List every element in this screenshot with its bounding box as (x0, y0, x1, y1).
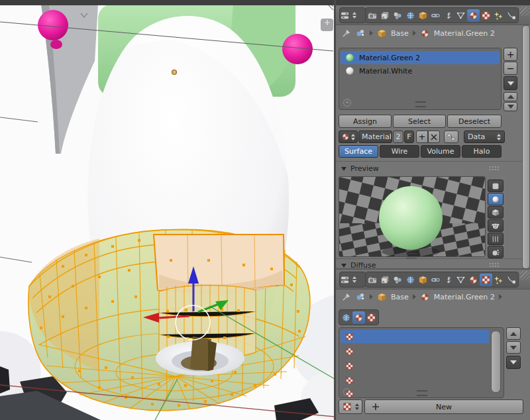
editor-type-button[interactable] (339, 7, 366, 23)
tab-texture[interactable] (480, 274, 492, 286)
properties-scrollbar[interactable] (522, 25, 530, 269)
tab-texture[interactable] (480, 9, 492, 22)
texture-slot-item[interactable] (341, 344, 502, 358)
window-top-edge (0, 0, 530, 5)
preview-panel-title: Preview (350, 164, 379, 173)
move-texture-down-button[interactable] (506, 341, 521, 354)
texture-list-scrollbar[interactable] (491, 331, 501, 393)
tab-render-layers[interactable] (379, 9, 392, 22)
material-list-item[interactable]: Material.White (341, 64, 500, 78)
material-ball-icon (420, 28, 430, 38)
new-material-button[interactable]: + (416, 131, 428, 143)
preview-particles-button[interactable] (488, 246, 504, 258)
context-other-texture[interactable] (365, 311, 378, 324)
context-material-texture[interactable] (352, 311, 365, 324)
link-source-dropdown[interactable]: Data (464, 131, 505, 143)
list-resize-handle[interactable] (417, 390, 427, 396)
origin-dot (172, 70, 177, 75)
tab-render[interactable] (366, 274, 379, 286)
breadcrumb-object[interactable]: Base (391, 293, 409, 301)
tab-object-data[interactable] (454, 9, 467, 22)
tab-scene[interactable] (392, 274, 404, 286)
tab-render[interactable] (366, 9, 379, 22)
tab-particles[interactable] (492, 9, 505, 22)
tab-material[interactable] (467, 9, 480, 22)
breadcrumb: Base Material.Green 2 (341, 28, 495, 38)
texture-slot-item[interactable] (341, 359, 502, 372)
pin-icon[interactable] (341, 292, 351, 302)
filter-toggle-icon[interactable] (343, 388, 350, 395)
texture-browse-button[interactable] (339, 399, 362, 414)
tab-object-data[interactable] (454, 274, 467, 286)
type-tab-halo[interactable]: Halo (462, 145, 502, 158)
users-count-button[interactable]: 2 (393, 131, 403, 143)
assign-button[interactable]: Assign (339, 115, 392, 128)
magenta-nub (50, 40, 62, 49)
texture-context-row (339, 309, 379, 325)
tab-object[interactable] (417, 274, 429, 286)
tab-particles[interactable] (492, 274, 505, 286)
properties-header (336, 5, 530, 25)
panel-drag-grip[interactable] (489, 262, 499, 268)
preview-sphere-button[interactable] (488, 193, 504, 205)
tab-physics[interactable] (505, 9, 517, 22)
texture-slot-item[interactable] (341, 330, 489, 343)
unlink-material-button[interactable] (428, 131, 440, 143)
deselect-button[interactable]: Deselect (447, 115, 502, 128)
tab-world[interactable] (404, 274, 417, 286)
pin-icon[interactable] (341, 28, 351, 38)
use-nodes-button[interactable] (444, 131, 458, 143)
header-corner-grip[interactable] (520, 7, 529, 16)
preview-flat-button[interactable] (488, 180, 504, 192)
tab-object[interactable] (417, 9, 429, 22)
select-button[interactable]: Select (393, 115, 446, 128)
texture-checker-icon (345, 376, 354, 385)
remove-material-slot-button[interactable]: − (504, 62, 517, 75)
preview-monkey-button[interactable] (488, 219, 504, 232)
texture-checker-icon (345, 333, 354, 341)
breadcrumb-material[interactable]: Material.Green 2 (434, 29, 495, 38)
type-tab-wire[interactable]: Wire (380, 145, 419, 158)
panel-divider (336, 161, 530, 162)
editor-type-button[interactable] (339, 272, 366, 288)
tab-render-layers[interactable] (379, 274, 392, 286)
preview-hair-button[interactable] (488, 233, 504, 245)
tab-modifiers[interactable] (442, 9, 454, 22)
material-browse-button[interactable] (339, 131, 358, 143)
panel-drag-grip[interactable] (489, 166, 499, 172)
add-material-slot-button[interactable]: + (504, 48, 517, 61)
breadcrumb-material[interactable]: Material.Green 2 (434, 293, 495, 301)
list-resize-handle[interactable] (415, 101, 426, 107)
preview-cube-button[interactable] (488, 206, 504, 219)
move-material-up-button[interactable] (504, 92, 517, 101)
breadcrumb-object[interactable]: Base (391, 29, 409, 38)
filter-toggle-icon[interactable]: + (343, 99, 351, 107)
tab-physics[interactable] (505, 274, 517, 286)
viewport-3d[interactable] (0, 0, 335, 420)
fake-user-button[interactable]: F (404, 131, 414, 143)
texture-specials-menu[interactable] (506, 356, 521, 369)
material-slot-list[interactable]: Material.Green 2 Material.White + (339, 48, 502, 110)
new-texture-button[interactable]: New (364, 399, 523, 414)
texture-slot-item[interactable] (341, 374, 502, 387)
header-corner-grip[interactable] (520, 271, 529, 280)
preview-panel-header[interactable]: Preview (341, 164, 379, 173)
material-specials-menu[interactable] (504, 76, 517, 90)
molecule-icon (355, 291, 366, 302)
texture-slot-list[interactable] (339, 327, 504, 398)
link-source-value: Data (468, 132, 485, 141)
material-list-item[interactable]: Material.Green 2 (341, 51, 500, 64)
tab-material[interactable] (467, 274, 480, 286)
type-tab-volume[interactable]: Volume (421, 145, 460, 158)
context-world-texture[interactable] (340, 311, 352, 324)
collapse-triangle-icon (341, 264, 346, 268)
tab-world[interactable] (404, 9, 417, 22)
tab-scene[interactable] (392, 9, 404, 22)
type-tab-surface[interactable]: Surface (339, 145, 378, 158)
tab-modifiers[interactable] (442, 274, 454, 286)
move-material-down-button[interactable] (504, 102, 517, 111)
move-texture-up-button[interactable] (506, 327, 521, 340)
material-name-field[interactable]: Material.... (358, 131, 392, 143)
tab-constraints[interactable] (429, 274, 442, 286)
tab-constraints[interactable] (429, 9, 442, 22)
